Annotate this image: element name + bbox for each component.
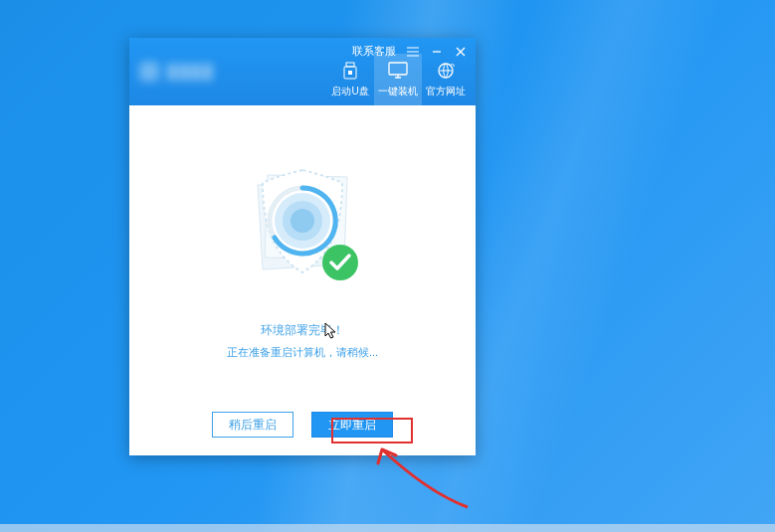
tab-label: 启动U盘 — [331, 85, 368, 98]
svg-rect-2 — [348, 71, 352, 75]
shield-progress-graphic — [223, 145, 382, 304]
svg-rect-0 — [346, 63, 354, 67]
status-title: 环境部署完毕！ — [261, 322, 344, 339]
contact-support-link[interactable]: 联系客服 — [352, 44, 396, 59]
content-area: 环境部署完毕！ 正在准备重启计算机，请稍候... 稍后重启 立即重启 — [129, 105, 476, 455]
close-icon[interactable] — [454, 45, 468, 59]
monitor-icon — [388, 61, 408, 81]
tab-label: 一键装机 — [378, 85, 418, 98]
tab-usb-boot[interactable]: 启动U盘 — [326, 54, 374, 105]
installer-window: 联系客服 ████ 启动U盘 一键装机 — [129, 38, 476, 455]
button-row: 稍后重启 立即重启 — [129, 412, 476, 438]
restart-now-button[interactable]: 立即重启 — [311, 412, 393, 438]
status-subtitle: 正在准备重启计算机，请稍候... — [227, 345, 378, 360]
usb-icon — [340, 61, 360, 81]
ie-icon — [436, 61, 456, 81]
svg-point-9 — [322, 245, 358, 280]
titlebar: 联系客服 — [352, 44, 468, 59]
windows-taskbar — [0, 524, 775, 532]
restart-later-button[interactable]: 稍后重启 — [212, 412, 293, 438]
tab-one-click-install[interactable]: 一键装机 — [374, 54, 422, 105]
minimize-icon[interactable] — [430, 45, 444, 59]
app-logo: ████ — [129, 38, 326, 105]
svg-rect-3 — [389, 63, 407, 75]
menu-icon[interactable] — [406, 45, 420, 59]
tab-official-site[interactable]: 官方网址 — [422, 54, 470, 105]
tab-label: 官方网址 — [426, 85, 466, 98]
svg-point-7 — [291, 209, 314, 233]
